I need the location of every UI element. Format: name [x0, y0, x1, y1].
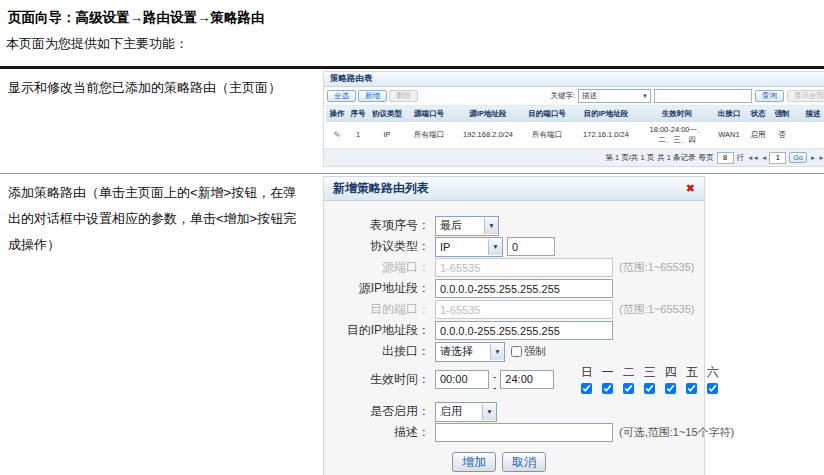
weekday-sunday: 日: [576, 364, 597, 394]
field-row-protocol: 协议类型： IP ▼: [324, 236, 704, 257]
column-header-src-port: 源端口号: [406, 106, 452, 122]
cell-status: 启用: [746, 122, 770, 148]
add-new-button[interactable]: 新增: [358, 90, 387, 102]
source-ip-label: 源IP地址段：: [324, 280, 430, 297]
effective-time-label: 生效时间：: [324, 371, 430, 388]
protocol-value: IP: [440, 241, 450, 253]
weekday-checkbox[interactable]: [581, 383, 592, 394]
chevron-down-icon: ▼: [484, 218, 498, 234]
cell-dst-port: 所有端口: [524, 122, 570, 148]
search-button[interactable]: 查询: [755, 90, 784, 102]
pager: 第 1 页/共 1 页 共 1 条记录 每页 行 ◄◄ ◄ Go ► ►►: [324, 148, 824, 166]
time-start-input[interactable]: [435, 370, 489, 389]
page-title: 页面向导：高级设置→路由设置→策略路由: [0, 0, 824, 27]
first-page-icon[interactable]: ◄◄: [747, 154, 758, 161]
time-end-input[interactable]: [500, 370, 554, 389]
show-all-button[interactable]: 显示全部: [787, 90, 824, 102]
weekday-saturday: 六: [702, 364, 723, 394]
field-row-dest-ip: 目的IP地址段：: [324, 320, 704, 341]
weekday-label: 四: [665, 364, 677, 381]
table-row: ✎ 1 IP 所有端口 192.168.2.0/24 所有端口 172.16.1…: [326, 122, 824, 148]
list-panel-title: 策略路由表: [330, 73, 373, 85]
rows-label: 行: [737, 153, 745, 163]
field-row-description: 描述： (可选,范围:1~15个字符): [324, 422, 704, 443]
cell-src-port: 所有端口: [406, 122, 452, 148]
delete-button[interactable]: 删除: [389, 90, 418, 102]
source-port-label: 源端口：: [324, 259, 430, 276]
protocol-select[interactable]: IP ▼: [435, 237, 503, 257]
weekday-label: 六: [707, 364, 719, 381]
weekday-thursday: 四: [660, 364, 681, 394]
cell-protocol: IP: [368, 122, 406, 148]
go-button[interactable]: Go: [789, 152, 806, 163]
dialog-body: 表项序号： 最后 ▼ 协议类型：: [324, 201, 704, 475]
cell-index: 1: [348, 122, 368, 148]
page-number-input[interactable]: [769, 152, 786, 164]
per-page-label: 每页: [699, 153, 714, 163]
field-row-entry-index: 表项序号： 最后 ▼: [324, 215, 704, 236]
weekday-checkbox[interactable]: [602, 383, 613, 394]
weekday-checkbox[interactable]: [665, 383, 676, 394]
cell-description: [794, 122, 824, 148]
entry-index-select[interactable]: 最后 ▼: [435, 216, 499, 236]
dest-port-input[interactable]: [435, 300, 613, 319]
last-page-icon[interactable]: ►►: [818, 154, 824, 161]
close-icon[interactable]: ✖: [686, 183, 695, 194]
column-header-protocol: 协议类型: [368, 106, 406, 122]
force-label: 强制: [524, 344, 546, 359]
source-ip-input[interactable]: [435, 279, 613, 298]
weekday-tuesday: 二: [618, 364, 639, 394]
guide-row-main-page: 显示和修改当前您已添加的策略路由（主页面） 策略路由表 全选 新增 删除 关键字…: [0, 69, 824, 173]
weekday-checkbox[interactable]: [623, 383, 634, 394]
description-note: (可选,范围:1~15个字符): [619, 425, 734, 440]
keyword-field-select[interactable]: 描述 ▼: [578, 89, 651, 103]
weekday-checkbox[interactable]: [686, 383, 697, 394]
guide-row-add-dialog: 添加策略路由（单击主页面上的<新增>按钮，在弹出的对话框中设置相应的参数，单击<…: [0, 173, 824, 475]
column-header-interface: 出接口: [712, 106, 746, 122]
weekday-label: 日: [581, 364, 593, 381]
column-header-time: 生效时间: [642, 106, 712, 122]
dialog-buttons: 增加 取消: [452, 452, 704, 472]
out-interface-value: 请选择: [440, 344, 473, 359]
next-page-icon[interactable]: ►: [810, 154, 815, 161]
cancel-button[interactable]: 取消: [502, 452, 546, 472]
keyword-search-group: 关键字: 描述 ▼ 查询 显示全部: [550, 89, 824, 103]
help-page: 页面向导：高级设置→路由设置→策略路由 本页面为您提供如下主要功能： 显示和修改…: [0, 0, 824, 475]
page-info: 第 1 页/共 1 页: [605, 153, 654, 163]
source-port-input[interactable]: [435, 258, 613, 277]
weekday-label: 二: [623, 364, 635, 381]
enable-select[interactable]: 启用 ▼: [435, 402, 497, 422]
select-all-button[interactable]: 全选: [327, 90, 356, 102]
field-row-effective-time: 生效时间： -- 日: [324, 362, 704, 396]
time-separator: --: [493, 371, 496, 393]
page-size-input[interactable]: [717, 152, 734, 164]
weekday-checkbox[interactable]: [644, 383, 655, 394]
chevron-down-icon: ▼: [482, 404, 496, 420]
column-header-operation: 操作: [326, 106, 348, 122]
dialog-titlebar: 新增策略路由列表 ✖: [324, 177, 704, 201]
weekday-label: 三: [644, 364, 656, 381]
out-interface-select[interactable]: 请选择 ▼: [435, 342, 505, 362]
protocol-number-input[interactable]: [507, 237, 555, 256]
guide-row2-screenshot-cell: 新增策略路由列表 ✖ 表项序号： 最后 ▼: [317, 174, 824, 475]
column-header-forced: 强制: [770, 106, 794, 122]
keyword-input[interactable]: [654, 89, 752, 103]
weekday-checkbox[interactable]: [707, 383, 718, 394]
chevron-down-icon: ▼: [642, 93, 650, 99]
protocol-label: 协议类型：: [324, 238, 430, 255]
guide-table: 显示和修改当前您已添加的策略路由（主页面） 策略路由表 全选 新增 删除 关键字…: [0, 66, 824, 475]
force-checkbox[interactable]: [511, 346, 522, 357]
description-input[interactable]: [435, 423, 613, 442]
policy-route-list-panel: 策略路由表 全选 新增 删除 关键字: 描述 ▼: [323, 71, 824, 167]
weekday-group: 日 一 二: [576, 364, 723, 394]
cell-forced: 否: [770, 122, 794, 148]
add-button[interactable]: 增加: [452, 452, 496, 472]
dest-ip-input[interactable]: [435, 321, 613, 340]
column-header-dst-port: 目的端口号: [524, 106, 570, 122]
field-row-out-interface: 出接口： 请选择 ▼ 强制: [324, 341, 704, 362]
edit-icon[interactable]: ✎: [333, 130, 341, 140]
dest-ip-label: 目的IP地址段：: [324, 322, 430, 339]
prev-page-icon[interactable]: ◄: [761, 154, 766, 161]
cell-time: 18:00-24:00一、二、三、四: [642, 122, 712, 148]
page-intro: 本页面为您提供如下主要功能：: [0, 27, 824, 53]
